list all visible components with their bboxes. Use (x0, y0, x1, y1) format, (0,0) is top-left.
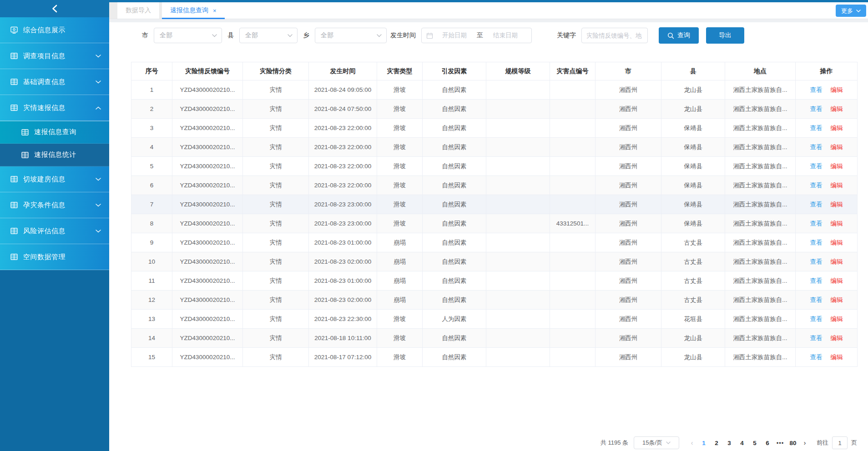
view-link[interactable]: 查看 (810, 163, 823, 170)
table-cell: 2021-08-23 02:00:00 (309, 291, 377, 310)
view-link[interactable]: 查看 (810, 105, 823, 112)
more-pages-icon[interactable]: ••• (774, 440, 787, 446)
edit-link[interactable]: 编辑 (831, 335, 843, 341)
edit-link[interactable]: 编辑 (831, 296, 843, 303)
close-icon[interactable]: × (213, 7, 217, 14)
keyword-input[interactable] (581, 28, 648, 43)
end-date-input[interactable]: 结束日期 (484, 31, 527, 40)
view-link[interactable]: 查看 (810, 86, 823, 93)
table-cell: 湘西州 (595, 233, 661, 252)
prev-page-button[interactable]: ‹ (686, 439, 697, 446)
table-cell: 崩塌 (377, 291, 423, 310)
start-date-input[interactable]: 开始日期 (433, 31, 476, 40)
edit-link[interactable]: 编辑 (831, 86, 843, 93)
tab-1[interactable]: 速报信息查询× (162, 2, 225, 19)
view-link[interactable]: 查看 (810, 201, 823, 208)
sidebar-item-2[interactable]: 基础调查信息 (0, 69, 109, 95)
goto-page-input[interactable] (832, 436, 848, 449)
page-number-5[interactable]: 5 (748, 440, 761, 446)
edit-link[interactable]: 编辑 (831, 144, 843, 150)
export-button[interactable]: 导出 (706, 27, 744, 44)
table-row: 3YZD43000020210...灾情2021-08-23 22:00:00滑… (131, 119, 858, 138)
sidebar-item-1[interactable]: 调查项目信息 (0, 43, 109, 69)
page-number-3[interactable]: 3 (723, 440, 736, 446)
edit-link[interactable]: 编辑 (831, 201, 843, 208)
page-number-2[interactable]: 2 (710, 440, 723, 446)
table-cell: 10 (131, 252, 172, 271)
date-range-picker[interactable]: 开始日期 至 结束日期 (421, 28, 532, 43)
tab-0[interactable]: 数据导入 (117, 2, 159, 19)
table-cell: 自然因素 (423, 157, 486, 176)
table-cell: 11 (131, 271, 172, 291)
chevron-up-icon (96, 106, 101, 110)
view-link[interactable]: 查看 (810, 354, 823, 361)
town-select[interactable]: 全部 (315, 28, 387, 43)
more-button[interactable]: 更多 (836, 5, 866, 17)
sidebar-item-9[interactable]: 空间数据管理 (0, 244, 109, 270)
table-row: 2YZD43000020210...灾情2021-08-24 07:50:00滑… (131, 100, 858, 119)
edit-link[interactable]: 编辑 (831, 258, 843, 265)
table-cell (486, 119, 550, 138)
view-link[interactable]: 查看 (810, 277, 823, 284)
view-link[interactable]: 查看 (810, 335, 823, 341)
page-size-select[interactable]: 15条/页 (634, 436, 679, 449)
page-number-1[interactable]: 1 (697, 440, 710, 446)
sidebar-item-3[interactable]: 灾情速报信息 (0, 95, 109, 121)
view-link[interactable]: 查看 (810, 220, 823, 227)
table-cell (486, 138, 550, 157)
view-link[interactable]: 查看 (810, 182, 823, 189)
column-header-5: 引发因素 (423, 62, 486, 80)
sidebar-item-8[interactable]: 风险评估信息 (0, 218, 109, 244)
sidebar-item-4[interactable]: 速报信息查询 (0, 121, 109, 144)
view-link[interactable]: 查看 (810, 144, 823, 150)
view-link[interactable]: 查看 (810, 316, 823, 322)
row-actions: 查看编辑 (796, 291, 858, 310)
table-cell: 自然因素 (423, 233, 486, 252)
edit-link[interactable]: 编辑 (831, 220, 843, 227)
sidebar-item-6[interactable]: 切坡建房信息 (0, 166, 109, 192)
table-row: 1YZD43000020210...灾情2021-08-24 09:05:00滑… (131, 80, 858, 100)
table-cell: 灾情 (243, 291, 309, 310)
sidebar-item-7[interactable]: 孕灾条件信息 (0, 192, 109, 218)
table-cell: 5 (131, 157, 172, 176)
edit-link[interactable]: 编辑 (831, 125, 843, 131)
table-cell: 灾情 (243, 271, 309, 291)
city-select[interactable]: 全部 (154, 28, 222, 43)
edit-link[interactable]: 编辑 (831, 354, 843, 361)
county-select[interactable]: 全部 (239, 28, 298, 43)
table-row: 15YZD43000020210...灾情2021-08-17 07:12:00… (131, 348, 858, 367)
view-link[interactable]: 查看 (810, 296, 823, 303)
table-cell: 灾情 (243, 80, 309, 100)
table-cell: 湘西州 (595, 176, 661, 195)
view-link[interactable]: 查看 (810, 258, 823, 265)
table-icon (21, 151, 29, 159)
sidebar-collapse-button[interactable] (0, 0, 109, 17)
row-actions: 查看编辑 (796, 119, 858, 138)
edit-link[interactable]: 编辑 (831, 239, 843, 246)
edit-link[interactable]: 编辑 (831, 105, 843, 112)
search-button[interactable]: 查询 (659, 27, 699, 44)
table-cell: 古丈县 (661, 291, 725, 310)
page-number-6[interactable]: 6 (761, 440, 774, 446)
edit-link[interactable]: 编辑 (831, 163, 843, 170)
edit-link[interactable]: 编辑 (831, 316, 843, 322)
sidebar-item-0[interactable]: 综合信息展示 (0, 17, 109, 43)
table-cell: 湘西土家族苗族自... (725, 176, 796, 195)
table-cell: 灾情 (243, 119, 309, 138)
table-cell: 灾情 (243, 233, 309, 252)
table-cell: 滑坡 (377, 348, 423, 367)
page-number-80[interactable]: 80 (787, 440, 799, 446)
table-row: 6YZD43000020210...灾情2021-08-23 22:00:00滑… (131, 176, 858, 195)
sidebar-item-label: 孕灾条件信息 (23, 201, 96, 210)
view-link[interactable]: 查看 (810, 125, 823, 131)
sidebar-item-5[interactable]: 速报信息统计 (0, 144, 109, 166)
table-cell: 自然因素 (423, 195, 486, 214)
edit-link[interactable]: 编辑 (831, 182, 843, 189)
table-cell: 湘西土家族苗族自... (725, 271, 796, 291)
table-cell: 2021-08-23 02:00:00 (309, 252, 377, 271)
edit-link[interactable]: 编辑 (831, 277, 843, 284)
view-link[interactable]: 查看 (810, 239, 823, 246)
page-number-4[interactable]: 4 (736, 440, 748, 446)
table-cell: 自然因素 (423, 271, 486, 291)
next-page-button[interactable]: › (799, 439, 810, 446)
